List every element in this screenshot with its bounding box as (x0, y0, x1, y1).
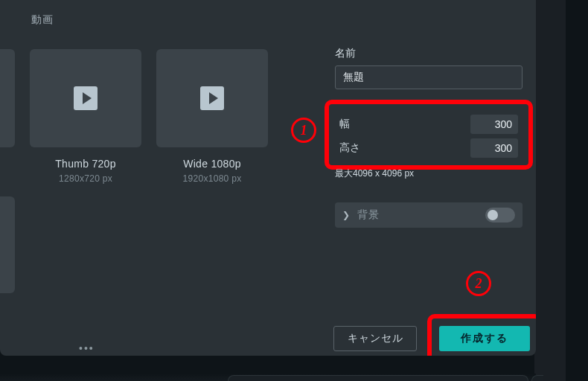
section-label-video: 動画 (31, 13, 54, 27)
template-title: Thumb 720p (55, 158, 116, 170)
template-row: Thumb 720p 1280x720 px Wide 1080p 1920x1… (0, 49, 268, 184)
right-panel-strip (534, 0, 566, 381)
play-icon (200, 86, 224, 110)
dimensions-group-highlight: 幅 高さ (325, 100, 533, 170)
background-label: 背景 (357, 208, 478, 222)
create-button-highlight: 作成する (427, 314, 536, 356)
height-row: 高さ (339, 138, 518, 158)
template-title: Wide 1080p (183, 158, 241, 170)
play-icon (74, 86, 98, 110)
width-row: 幅 (339, 115, 518, 134)
more-dots[interactable]: ••• (79, 342, 95, 354)
width-input[interactable] (470, 115, 518, 134)
name-label: 名前 (335, 47, 523, 60)
cancel-button[interactable]: キャンセル (333, 326, 417, 351)
template-preview (156, 49, 268, 147)
width-label: 幅 (339, 118, 350, 131)
chevron-right-icon: ❯ (342, 210, 350, 220)
height-input[interactable] (470, 138, 518, 158)
template-card-thumb720p[interactable]: Thumb 720p 1280x720 px (30, 49, 141, 184)
template-row-2 (0, 196, 15, 293)
background-toggle[interactable] (485, 208, 515, 222)
bottom-pill-right (531, 375, 543, 381)
bottom-pill (228, 375, 528, 381)
template-preview (0, 49, 15, 147)
annotation-step-2: 2 (466, 271, 491, 296)
background-expander[interactable]: ❯ 背景 (335, 202, 523, 228)
dialog-footer: キャンセル 作成する (333, 314, 536, 356)
height-label: 高さ (339, 141, 360, 155)
template-card-wide1080p[interactable]: Wide 1080p 1920x1080 px (156, 49, 268, 184)
app-background: 動画 Thumb 720p 1280x720 px (0, 0, 588, 381)
template-card-clipped[interactable] (0, 49, 15, 184)
name-input[interactable] (335, 65, 523, 89)
new-video-dialog: 動画 Thumb 720p 1280x720 px (0, 0, 536, 356)
annotation-step-1: 1 (291, 118, 316, 143)
create-button[interactable]: 作成する (439, 326, 530, 351)
name-field-group: 名前 (335, 47, 523, 89)
template-preview-clipped[interactable] (0, 196, 15, 293)
template-preview (30, 49, 141, 147)
template-dimensions: 1280x720 px (59, 173, 112, 184)
max-size-note: 最大4096 x 4096 px (335, 167, 414, 180)
template-dimensions: 1920x1080 px (183, 173, 242, 184)
